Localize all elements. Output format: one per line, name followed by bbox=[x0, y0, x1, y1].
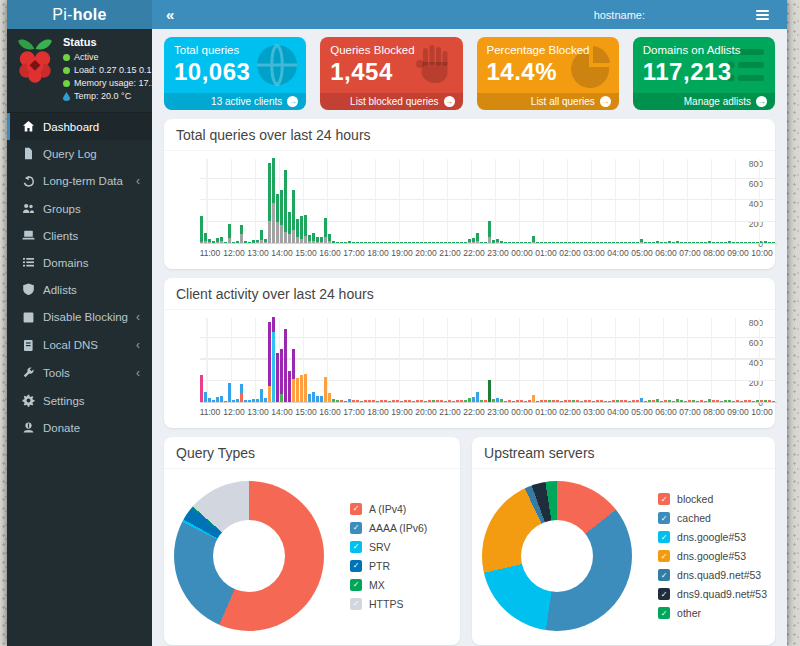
sidebar-item-settings[interactable]: Settings bbox=[7, 387, 152, 414]
arrow-circle-right-icon: → bbox=[444, 96, 455, 107]
chevron-left-icon: ‹ bbox=[136, 338, 142, 352]
x-axis-tick: 16:00 bbox=[319, 248, 340, 258]
legend-label: PTR bbox=[369, 560, 390, 572]
arrow-circle-right-icon: → bbox=[756, 96, 767, 107]
x-axis-tick: 21:00 bbox=[439, 407, 460, 417]
legend-label: other bbox=[677, 607, 701, 619]
sidebar-item-groups[interactable]: Groups bbox=[7, 195, 152, 222]
legend-item-dns-quad9-net-53[interactable]: ✓dns.quad9.net#53 bbox=[658, 569, 767, 581]
list-icon bbox=[22, 256, 35, 269]
sidebar-item-disable-blocking[interactable]: Disable Blocking‹ bbox=[7, 303, 152, 331]
sidebar-item-long-term-data[interactable]: Long-term Data‹ bbox=[7, 167, 152, 195]
sidebar-item-query-log[interactable]: Query Log bbox=[7, 140, 152, 167]
legend-item-srv[interactable]: ✓SRV bbox=[350, 541, 427, 553]
sidebar-item-clients[interactable]: Clients bbox=[7, 222, 152, 249]
card-title: Queries Blocked bbox=[330, 44, 452, 56]
legend-item-dns9-quad9-net-53[interactable]: ✓dns9.quad9.net#53 bbox=[658, 588, 767, 600]
total-queries-plot-area bbox=[200, 159, 777, 244]
x-axis-tick: 02:00 bbox=[559, 407, 580, 417]
sidebar-item-donate[interactable]: Donate bbox=[7, 414, 152, 441]
legend-item-a-ipv4[interactable]: ✓A (IPv4) bbox=[350, 503, 427, 515]
x-axis-tick: 07:00 bbox=[679, 407, 700, 417]
x-axis-tick: 14:00 bbox=[271, 407, 292, 417]
file-icon bbox=[22, 147, 35, 160]
status-green-dot-icon bbox=[63, 80, 70, 87]
logo-text-light: Pi- bbox=[52, 6, 72, 24]
card-total-queries: Total queries10,06313 active clients→ bbox=[164, 37, 306, 110]
card-value: 1,454 bbox=[330, 58, 452, 86]
legend-checkbox-icon: ✓ bbox=[658, 512, 670, 524]
x-axis-tick: 20:00 bbox=[415, 407, 436, 417]
client-activity-chart-title: Client activity over last 24 hours bbox=[164, 278, 775, 310]
history-icon bbox=[22, 175, 35, 188]
sidebar-item-label: Dashboard bbox=[43, 121, 142, 133]
x-axis-tick: 01:00 bbox=[535, 407, 556, 417]
legend-item-ptr[interactable]: ✓PTR bbox=[350, 560, 427, 572]
x-axis-tick: 11:00 bbox=[200, 407, 221, 417]
legend-label: MX bbox=[369, 579, 385, 591]
upstream-servers-legend: ✓blocked✓cached✓dns.google#53✓dns.google… bbox=[658, 493, 767, 619]
card-footer-label: List all queries bbox=[531, 96, 595, 107]
x-axis-tick: 03:00 bbox=[583, 407, 604, 417]
x-axis-tick: 13:00 bbox=[247, 407, 268, 417]
sidebar-collapse-button[interactable]: « bbox=[152, 6, 188, 23]
x-axis-tick: 06:00 bbox=[655, 407, 676, 417]
sidebar-menu: DashboardQuery LogLong-term Data‹GroupsC… bbox=[7, 113, 152, 441]
legend-item-dns-google-53[interactable]: ✓dns.google#53 bbox=[658, 550, 767, 562]
card-footer-link-manage-adlists[interactable]: Manage adlists→ bbox=[633, 93, 775, 110]
x-axis-tick: 12:00 bbox=[223, 407, 244, 417]
card-footer-link-list-blocked-queries[interactable]: List blocked queries→ bbox=[320, 93, 462, 110]
card-title: Percentage Blocked bbox=[487, 44, 609, 56]
card-footer-link-13-active-clients[interactable]: 13 active clients→ bbox=[164, 93, 306, 110]
status-title: Status bbox=[63, 36, 167, 49]
legend-item-dns-google-53[interactable]: ✓dns.google#53 bbox=[658, 531, 767, 543]
sidebar-item-dashboard[interactable]: Dashboard bbox=[7, 113, 152, 140]
x-axis-tick: 00:00 bbox=[511, 407, 532, 417]
sidebar-item-tools[interactable]: Tools‹ bbox=[7, 359, 152, 387]
donate-icon bbox=[22, 421, 35, 434]
legend-item-https[interactable]: ✓HTTPS bbox=[350, 598, 427, 610]
sidebar-item-label: Groups bbox=[43, 203, 142, 215]
x-axis-tick: 02:00 bbox=[559, 248, 580, 258]
x-axis-tick: 04:00 bbox=[607, 248, 628, 258]
sidebar-item-label: Disable Blocking bbox=[43, 311, 128, 323]
legend-item-mx[interactable]: ✓MX bbox=[350, 579, 427, 591]
status-green-dot-icon bbox=[63, 67, 70, 74]
card-footer-link-list-all-queries[interactable]: List all queries→ bbox=[477, 93, 619, 110]
legend-item-other[interactable]: ✓other bbox=[658, 607, 767, 619]
hamburger-menu-icon[interactable] bbox=[745, 0, 779, 29]
legend-item-aaaa-ipv6[interactable]: ✓AAAA (IPv6) bbox=[350, 522, 427, 534]
wrench-icon bbox=[22, 367, 35, 380]
card-value: 14.4% bbox=[487, 58, 609, 86]
sidebar-item-adlists[interactable]: Adlists bbox=[7, 276, 152, 303]
legend-checkbox-icon: ✓ bbox=[350, 522, 362, 534]
chevron-left-icon: ‹ bbox=[136, 310, 142, 324]
sidebar-item-local-dns[interactable]: Local DNS‹ bbox=[7, 331, 152, 359]
legend-item-blocked[interactable]: ✓blocked bbox=[658, 493, 767, 505]
hostname-label: hostname: bbox=[594, 9, 645, 21]
pihole-logo: Pi-hole bbox=[7, 0, 152, 29]
legend-checkbox-icon: ✓ bbox=[350, 579, 362, 591]
x-axis-tick: 22:00 bbox=[463, 248, 484, 258]
sidebar-item-label: Query Log bbox=[43, 148, 142, 160]
gear-icon bbox=[22, 394, 35, 407]
x-axis-tick: 10:00 bbox=[751, 248, 772, 258]
status-line-text: Active bbox=[74, 51, 99, 64]
x-axis-tick: 19:00 bbox=[391, 407, 412, 417]
card-value: 117,213 bbox=[643, 58, 765, 86]
x-axis-tick: 10:00 bbox=[751, 407, 772, 417]
sidebar-item-domains[interactable]: Domains bbox=[7, 249, 152, 276]
client-activity-chart-box: Client activity over last 24 hours 02004… bbox=[164, 278, 775, 428]
legend-label: SRV bbox=[369, 541, 390, 553]
sidebar-item-label: Tools bbox=[43, 367, 128, 379]
x-axis-tick: 06:00 bbox=[655, 248, 676, 258]
legend-label: blocked bbox=[677, 493, 713, 505]
legend-item-cached[interactable]: ✓cached bbox=[658, 512, 767, 524]
users-icon bbox=[22, 202, 35, 215]
navbar: « hostname: bbox=[152, 0, 787, 29]
legend-checkbox-icon: ✓ bbox=[658, 607, 670, 619]
legend-checkbox-icon: ✓ bbox=[658, 569, 670, 581]
card-domains-on-adlists: Domains on Adlists117,213Manage adlists→ bbox=[633, 37, 775, 110]
upstream-servers-donut bbox=[482, 481, 632, 631]
query-types-box: Query Types ✓A (IPv4)✓AAAA (IPv6)✓SRV✓PT… bbox=[164, 437, 460, 645]
